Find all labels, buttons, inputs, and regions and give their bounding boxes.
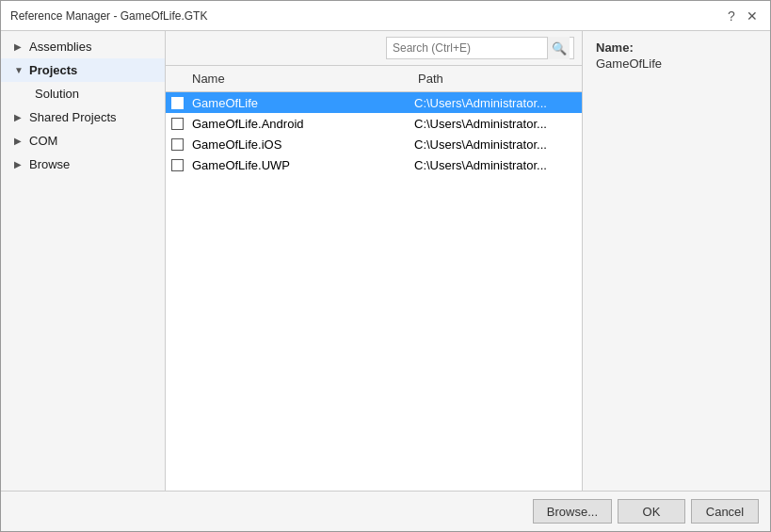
content-area: ▶ Assemblies ▼ Projects Solution ▶ Share…	[1, 31, 770, 491]
sidebar-item-label: Solution	[35, 87, 79, 101]
sidebar-item-solution[interactable]: Solution	[1, 82, 165, 105]
help-button[interactable]: ?	[723, 8, 740, 24]
row-name: GameOfLife.iOS	[188, 137, 410, 152]
row-path: C:\Users\Administrator...	[410, 96, 582, 110]
row-path: C:\Users\Administrator...	[410, 158, 582, 172]
search-bar: 🔍	[166, 31, 582, 66]
row-name: GameOfLife.Android	[188, 117, 410, 131]
sidebar-item-label: Assemblies	[29, 40, 91, 54]
column-header-name: Name	[166, 70, 410, 88]
detail-panel: Name: GameOfLife	[582, 31, 770, 491]
checkbox-icon	[171, 159, 184, 171]
arrow-icon: ▶	[14, 159, 25, 169]
title-bar: Reference Manager - GameOfLife.GTK ? ✕	[1, 1, 770, 31]
column-header-path: Path	[410, 70, 582, 88]
arrow-icon: ▼	[14, 65, 25, 75]
search-input-wrap: 🔍	[386, 37, 574, 59]
row-checkbox[interactable]	[166, 159, 188, 171]
checkbox-icon	[171, 138, 184, 151]
main-panel: 🔍 Name Path GameOfLife	[166, 31, 582, 491]
table-header: Name Path	[166, 66, 582, 92]
sidebar-item-label: COM	[29, 134, 57, 148]
table-row[interactable]: GameOfLife.UWP C:\Users\Administrator...	[166, 154, 582, 175]
arrow-icon: ▶	[14, 41, 25, 52]
sidebar: ▶ Assemblies ▼ Projects Solution ▶ Share…	[1, 31, 166, 491]
sidebar-item-browse[interactable]: ▶ Browse	[1, 153, 165, 176]
table-row[interactable]: GameOfLife C:\Users\Administrator...	[166, 92, 582, 113]
checkbox-icon	[171, 118, 184, 130]
cancel-button[interactable]: Cancel	[691, 499, 759, 524]
detail-name-value: GameOfLife	[596, 56, 757, 71]
row-checkbox[interactable]	[166, 97, 188, 109]
arrow-icon: ▶	[14, 136, 25, 146]
row-checkbox[interactable]	[166, 138, 188, 151]
search-icon: 🔍	[552, 41, 567, 56]
close-button[interactable]: ✕	[744, 8, 761, 24]
row-name: GameOfLife.UWP	[188, 158, 410, 172]
sidebar-item-assemblies[interactable]: ▶ Assemblies	[1, 35, 165, 58]
sidebar-item-label: Browse	[29, 157, 70, 171]
title-bar-controls: ? ✕	[723, 8, 761, 24]
table-row[interactable]: GameOfLife.iOS C:\Users\Administrator...	[166, 134, 582, 154]
sidebar-item-projects[interactable]: ▼ Projects	[1, 58, 165, 82]
table-row[interactable]: GameOfLife.Android C:\Users\Administrato…	[166, 113, 582, 134]
row-checkbox[interactable]	[166, 118, 188, 130]
sidebar-item-com[interactable]: ▶ COM	[1, 129, 165, 153]
row-name: GameOfLife	[188, 96, 410, 110]
browse-button[interactable]: Browse...	[533, 499, 612, 524]
detail-name-label: Name:	[596, 40, 757, 55]
sidebar-item-label: Projects	[29, 63, 77, 77]
table-body: GameOfLife C:\Users\Administrator... Gam…	[166, 92, 582, 491]
search-button[interactable]: 🔍	[547, 37, 570, 59]
bottom-bar: Browse... OK Cancel	[1, 491, 770, 531]
sidebar-item-label: Shared Projects	[29, 110, 117, 124]
table-area: Name Path GameOfLife C:\Users\Administra…	[166, 66, 582, 491]
dialog-title: Reference Manager - GameOfLife.GTK	[10, 9, 207, 23]
row-path: C:\Users\Administrator...	[410, 137, 582, 152]
row-path: C:\Users\Administrator...	[410, 117, 582, 131]
sidebar-item-shared-projects[interactable]: ▶ Shared Projects	[1, 105, 165, 129]
search-input[interactable]	[387, 41, 547, 55]
checkbox-icon	[171, 97, 184, 109]
arrow-icon: ▶	[14, 112, 25, 122]
ok-button[interactable]: OK	[618, 499, 685, 524]
reference-manager-dialog: Reference Manager - GameOfLife.GTK ? ✕ ▶…	[0, 0, 771, 532]
